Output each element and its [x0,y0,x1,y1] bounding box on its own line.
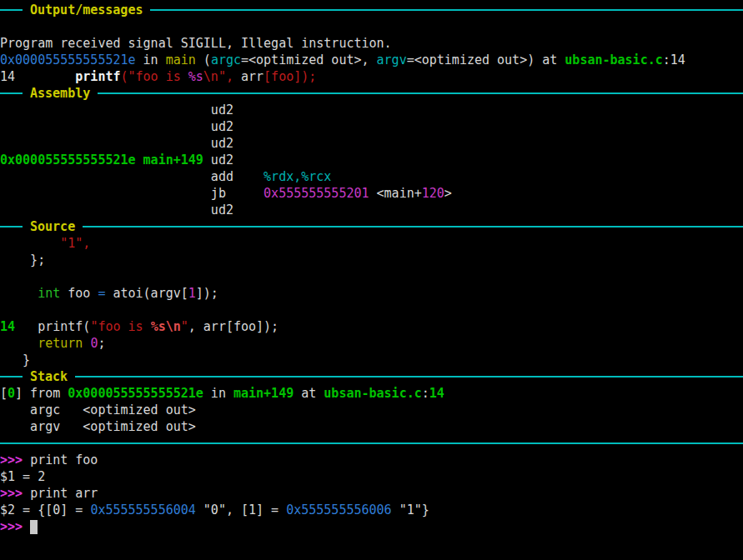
section-rule-right [98,92,743,94]
terminal-text-segment: ubsan-basic.c [565,52,662,68]
section-rule-right [83,226,743,228]
terminal-row: ud2 [0,118,743,135]
terminal-text-segment: printf [75,69,120,84]
terminal-text-segment: "foo is [90,319,150,334]
terminal-text-segment: return [38,336,83,351]
terminal-text-segment: "1"} [392,502,429,518]
terminal-row: ud2 [0,102,743,118]
prompt-row[interactable]: >>> [0,518,743,535]
blank-row [0,18,743,35]
terminal-text-segment: 0x000055555555521e [68,386,203,401]
terminal-text-segment: atoi(argv[ [105,286,188,301]
terminal-text-segment: \n" [203,69,226,84]
terminal-text-segment: ( [196,52,211,68]
terminal-text-segment: ud2 [203,152,233,168]
terminal-text-segment: }; [0,252,45,268]
terminal-text-segment: argc [211,52,241,68]
terminal-text-segment: $1 = 2 [0,469,45,484]
terminal-text-segment: "1", [60,236,90,251]
terminal-text-segment: add [0,169,264,184]
terminal-text-segment: ("foo is [121,69,188,84]
terminal-text-segment: 14 [429,386,444,401]
blank-row [0,552,743,560]
terminal-text-segment: " [181,319,188,334]
section-header-row: Stack [0,368,743,385]
terminal-text-segment: argc <optimized out> [0,402,196,418]
blank-row [0,535,743,552]
terminal-row: 14 printf("foo is %s\n", arr[foo]); [0,68,743,85]
terminal-text-segment: [foo]); [264,69,316,84]
terminal-row: 0x000055555555521e in main (argc=<optimi… [0,52,743,68]
terminal-text-segment: foo [60,286,98,301]
terminal-text-segment: 14 [0,319,15,334]
terminal-text-segment: int [38,286,60,301]
terminal-text-segment: 0x555555556006 [286,502,391,518]
terminal-text-segment: in [136,52,166,68]
terminal-text-segment: >>> [0,486,30,501]
terminal-text-segment: main+149 [233,386,294,401]
terminal-text-segment [0,336,38,351]
gdb-dashboard-terminal: Output/messages Program received signal … [0,0,743,560]
section-title: Stack [30,368,68,385]
terminal-row: int foo = atoi(argv[1]); [0,285,743,302]
terminal-text-segment: =<optimized out>) at [407,52,565,68]
terminal-text-segment [0,236,60,251]
terminal-text-segment: ubsan-basic.c [324,386,421,401]
terminal-text-segment: , arr[foo]); [188,319,279,334]
prompt-symbol: >>> [0,519,30,534]
terminal-text-segment: 0x000055555555521e main+149 [0,152,203,168]
terminal-text-segment: print foo [30,452,98,468]
terminal-text-segment: ud2 [0,102,233,118]
terminal-text-segment: 0x000055555555521e [0,52,136,68]
terminal-row: jb 0x555555555201 <main+120> [0,185,743,202]
terminal-text-segment: $2 = {[0] = [0,502,90,518]
terminal-text-segment: <main+ [369,186,422,201]
section-header-row: Source [0,218,743,235]
terminal-text-segment: 120 [422,186,444,201]
terminal-text-segment: 14 [0,69,75,84]
terminal-text-segment: } [0,352,30,368]
section-rule-right [75,376,743,378]
terminal-text-segment: "0", [1] = [196,502,286,518]
terminal-row: } [0,352,743,368]
section-title: Source [30,218,75,235]
terminal-text-segment: arr [233,69,264,84]
terminal-text-segment: =<optimized out>, [241,52,377,68]
terminal-row: Program received signal SIGILL, Illegal … [0,35,743,52]
divider-rule [0,442,743,444]
terminal-row: [0] from 0x000055555555521e in main+149 … [0,385,743,402]
section-header-row: Assembly [0,85,743,102]
terminal-row: "1", [0,235,743,252]
terminal-row: return 0; [0,335,743,352]
terminal-text-segment: argv [377,52,407,68]
divider-row [0,435,743,452]
terminal-text-segment: 0 [8,386,15,401]
terminal-row: ud2 [0,202,743,218]
terminal-row: >>> print foo [0,452,743,468]
terminal-row: }; [0,252,743,268]
terminal-text-segment: argv <optimized out> [0,419,196,434]
terminal-row: 14 printf("foo is %s\n", arr[foo]); [0,318,743,335]
terminal-text-segment: > [444,186,452,201]
section-header-row: Output/messages [0,2,743,18]
terminal-row: $2 = {[0] = 0x555555556004 "0", [1] = 0x… [0,502,743,518]
section-title: Assembly [30,85,90,102]
section-rule-left [0,376,23,378]
terminal-text-segment: 0x555555556004 [90,502,195,518]
terminal-text-segment: %rdx,%rcx [264,169,331,184]
blank-row [0,268,743,285]
terminal-text-segment: ]); [196,286,218,301]
terminal-text-segment: jb [0,186,264,201]
terminal-text-segment: 1 [188,286,196,301]
terminal-row: argv <optimized out> [0,418,743,435]
section-rule-left [0,226,23,228]
terminal-text-segment: ; [98,336,105,351]
terminal-row: ud2 [0,135,743,152]
terminal-text-segment: ud2 [0,202,233,218]
terminal-text-segment: ud2 [0,119,233,134]
terminal-text-segment: 0x555555555201 [264,186,369,201]
terminal-text-segment [0,286,38,301]
section-title: Output/messages [30,2,143,18]
terminal-text-segment: at [294,386,324,401]
terminal-text-segment: : [422,386,429,401]
